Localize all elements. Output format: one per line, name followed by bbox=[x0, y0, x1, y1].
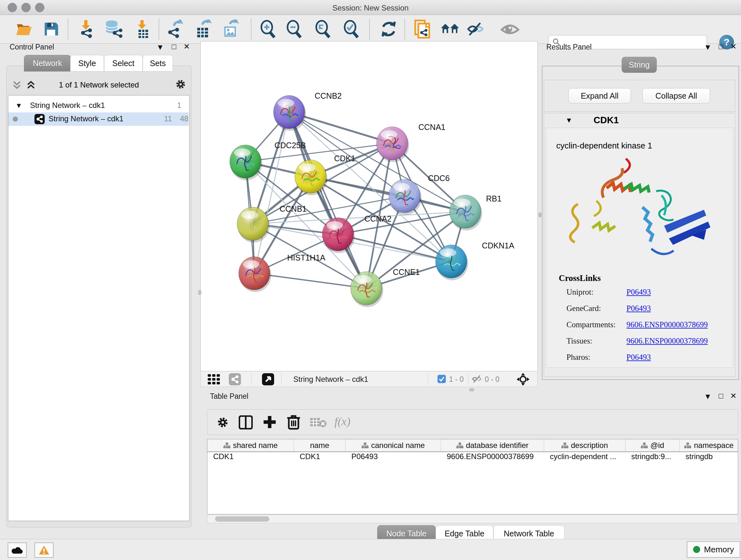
column-header--id[interactable]: @id bbox=[625, 439, 680, 451]
crosslink-value-link[interactable]: P06493 bbox=[626, 353, 651, 362]
tab-network[interactable]: Network bbox=[24, 55, 71, 71]
expand-all-networks-icon[interactable] bbox=[26, 80, 36, 92]
selected-checkbox-icon[interactable] bbox=[437, 375, 446, 384]
preview-eye-icon[interactable] bbox=[500, 19, 520, 39]
memory-button[interactable]: Memory bbox=[687, 541, 740, 558]
network-node-CDKN1A[interactable]: CDKN1A bbox=[435, 241, 515, 280]
export-network-icon[interactable] bbox=[165, 19, 185, 39]
tree-network-edge-count: 48 bbox=[180, 114, 189, 123]
network-node-CDC6[interactable]: CDC6 bbox=[389, 174, 450, 215]
cloud-button[interactable] bbox=[8, 543, 27, 558]
crosslink-value-link[interactable]: P06493 bbox=[626, 288, 651, 297]
column-header-canonical-name[interactable]: canonical name bbox=[346, 439, 441, 451]
hidden-count: 0 - 0 bbox=[485, 375, 499, 384]
open-in-window-icon[interactable] bbox=[262, 373, 274, 387]
node-table[interactable]: shared namenamecanonical namedatabase id… bbox=[207, 439, 738, 514]
crosslink-value-link[interactable]: P06493 bbox=[626, 304, 651, 313]
table-panel-collapse-icon[interactable]: ▼ bbox=[704, 393, 712, 400]
table-gear-icon[interactable] bbox=[216, 416, 229, 430]
column-header-name[interactable]: name bbox=[294, 439, 346, 451]
tab-sets[interactable]: Sets bbox=[143, 55, 173, 71]
crosslink-value-link[interactable]: 9606.ENSP00000378699 bbox=[626, 320, 708, 329]
crosslink-value-link[interactable]: 9606.ENSP00000378699 bbox=[626, 336, 708, 346]
collapse-all-button[interactable]: Collapse All bbox=[643, 88, 710, 104]
results-tab-string[interactable]: String bbox=[622, 57, 657, 73]
control-panel-collapse-icon[interactable]: ▼ bbox=[156, 44, 164, 51]
network-node-CCNA1[interactable]: CCNA1 bbox=[377, 123, 446, 162]
table-splitter-handle[interactable] bbox=[469, 388, 474, 391]
column-header-shared-name[interactable]: shared name bbox=[207, 439, 294, 451]
string-network-icon bbox=[35, 114, 45, 125]
toolbar-separator bbox=[251, 19, 252, 39]
network-node-CCNA2[interactable]: CCNA2 bbox=[322, 214, 392, 253]
import-network-file-icon[interactable] bbox=[77, 19, 96, 39]
network-canvas[interactable]: CCNB2 CCNA1 CDC25B CDK1 CDC6 RB1 CCNB1 C… bbox=[200, 41, 538, 371]
open-session-icon[interactable] bbox=[14, 19, 33, 39]
network-node-HIST1H1A[interactable]: HIST1H1A bbox=[239, 253, 326, 292]
network-node-RB1[interactable]: RB1 bbox=[450, 194, 502, 231]
section-gene-name: CDK1 bbox=[594, 115, 619, 125]
table-cell[interactable]: stringdb:9... bbox=[631, 452, 678, 463]
left-splitter-handle[interactable] bbox=[198, 290, 201, 295]
table-panel-close-icon[interactable]: ✕ bbox=[730, 393, 737, 399]
network-edge[interactable] bbox=[254, 112, 289, 273]
warnings-button[interactable] bbox=[35, 543, 54, 558]
scrollbar-thumb[interactable] bbox=[215, 516, 269, 522]
function-builder-icon[interactable]: f(x) bbox=[334, 415, 350, 428]
section-collapse-icon[interactable]: ▼ bbox=[565, 116, 572, 125]
column-header-database-identifier[interactable]: database identifier bbox=[441, 439, 544, 451]
save-session-icon[interactable] bbox=[42, 19, 61, 39]
table-cell[interactable]: CDK1 bbox=[213, 452, 293, 463]
control-panel-close-icon[interactable]: ✕ bbox=[184, 44, 190, 50]
toolbar-separator bbox=[251, 373, 252, 385]
zoom-fit-icon[interactable] bbox=[313, 19, 333, 39]
zoom-in-icon[interactable] bbox=[259, 19, 278, 39]
table-cell[interactable]: cyclin-dependent ... bbox=[550, 452, 624, 463]
results-panel-collapse-icon[interactable]: ▼ bbox=[704, 44, 712, 51]
tab-select[interactable]: Select bbox=[104, 55, 143, 71]
tree-network-row-selected[interactable]: String Network – cdk1 11 48 bbox=[8, 112, 189, 126]
zoom-selected-icon[interactable] bbox=[342, 19, 361, 39]
node-label: CDC25B bbox=[274, 141, 306, 150]
show-columns-icon[interactable] bbox=[239, 415, 253, 431]
import-table-file-icon[interactable] bbox=[132, 19, 151, 39]
tab-style[interactable]: Style bbox=[70, 55, 104, 71]
node-label: HIST1H1A bbox=[287, 253, 326, 262]
network-node-CCNB1[interactable]: CCNB1 bbox=[237, 204, 307, 243]
expand-all-button[interactable]: Expand All bbox=[568, 88, 631, 104]
window-title: Session: New Session bbox=[0, 3, 741, 12]
apply-layout-icon[interactable] bbox=[379, 19, 398, 39]
table-cell[interactable]: P06493 bbox=[351, 452, 440, 463]
export-image-icon[interactable] bbox=[220, 19, 239, 39]
zoom-out-icon[interactable] bbox=[285, 19, 304, 39]
table-cell[interactable]: stringdb bbox=[685, 452, 737, 463]
results-panel-float-icon[interactable]: □ bbox=[719, 44, 724, 50]
network-options-gear-icon[interactable] bbox=[175, 78, 186, 91]
export-table-icon[interactable] bbox=[193, 19, 212, 39]
node-label: CCNB1 bbox=[280, 204, 307, 213]
hide-glasses-icon[interactable] bbox=[466, 19, 485, 39]
table-horizontal-scrollbar[interactable] bbox=[207, 515, 738, 523]
birdseye-move-icon[interactable] bbox=[517, 373, 529, 387]
tree-root-expander-icon[interactable]: ▼ bbox=[15, 102, 22, 110]
right-splitter-handle[interactable] bbox=[538, 212, 542, 217]
tree-root-count: 1 bbox=[177, 101, 181, 110]
grid-view-icon[interactable] bbox=[208, 374, 222, 386]
memory-label: Memory bbox=[704, 545, 734, 555]
column-header-description[interactable]: description bbox=[544, 439, 625, 451]
import-network-database-icon[interactable] bbox=[104, 19, 123, 39]
tree-root-label[interactable]: String Network – cdk1 bbox=[30, 101, 105, 110]
control-panel-float-icon[interactable]: □ bbox=[172, 44, 177, 50]
share-view-icon[interactable] bbox=[229, 373, 241, 387]
table-panel-float-icon[interactable]: □ bbox=[719, 393, 724, 399]
table-cell[interactable]: 9606.ENSP00000378699 bbox=[447, 452, 543, 463]
delete-column-trash-icon[interactable] bbox=[286, 414, 300, 431]
add-column-icon[interactable] bbox=[262, 415, 277, 431]
results-panel-close-icon[interactable]: ✕ bbox=[730, 44, 737, 50]
collapse-all-networks-icon[interactable] bbox=[12, 80, 22, 92]
column-header-namespace[interactable]: namespace bbox=[680, 439, 738, 451]
table-cell[interactable]: CDK1 bbox=[300, 452, 344, 463]
delete-table-icon[interactable] bbox=[310, 417, 327, 429]
clone-network-icon[interactable] bbox=[413, 19, 432, 39]
stringify-houses-icon[interactable] bbox=[441, 19, 460, 39]
